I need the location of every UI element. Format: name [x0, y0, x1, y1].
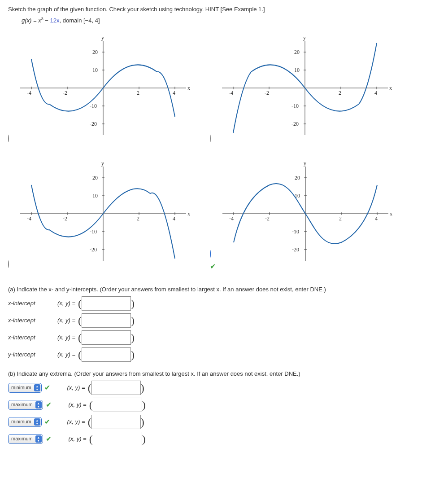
- select-value: minimum: [11, 418, 31, 425]
- svg-text:x: x: [187, 211, 190, 217]
- svg-text:10: 10: [92, 67, 98, 73]
- svg-text:-2: -2: [63, 90, 67, 96]
- intercept-input-1[interactable]: [82, 313, 131, 328]
- svg-text:-2: -2: [265, 90, 269, 96]
- svg-text:y: y: [303, 36, 306, 41]
- graph-option-3: xy -4-2 24 2010 -10-20: [13, 162, 193, 265]
- svg-text:-20: -20: [90, 246, 97, 253]
- question-prompt: Sketch the graph of the given function. …: [8, 5, 440, 13]
- extrema-input-3[interactable]: [93, 432, 142, 446]
- graph-radio-3[interactable]: [8, 260, 9, 268]
- svg-text:2: 2: [137, 90, 139, 96]
- intercept-label: x-intercept: [8, 299, 48, 307]
- svg-text:4: 4: [375, 215, 378, 222]
- svg-text:y: y: [101, 162, 104, 167]
- select-arrows-icon: ▲▼: [35, 435, 42, 443]
- svg-text:x: x: [389, 85, 392, 91]
- question-function: g(x) = x3 − 12x, domain [−4, 4]: [22, 16, 440, 25]
- svg-text:4: 4: [173, 90, 175, 96]
- graph-option-1: xy -4-2 24 2010 -10-20: [13, 36, 193, 140]
- svg-text:20: 20: [295, 175, 300, 181]
- graph-radio-2[interactable]: [210, 135, 211, 142]
- graph-option-2: xy -4-2 24 2010 -10-20: [215, 36, 395, 140]
- check-icon: ✔: [44, 383, 50, 393]
- svg-text:-20: -20: [292, 246, 299, 253]
- select-arrows-icon: ▲▼: [34, 384, 40, 391]
- extrema-select-3[interactable]: maximum▲▼: [8, 434, 43, 444]
- intercept-input-2[interactable]: [82, 330, 131, 345]
- svg-text:20: 20: [92, 175, 98, 181]
- svg-text:-2: -2: [265, 215, 270, 222]
- check-icon: ✔: [210, 263, 216, 270]
- xy-label: (x, y) =: [58, 384, 85, 392]
- extrema-input-2[interactable]: [91, 415, 141, 429]
- svg-text:4: 4: [173, 215, 175, 222]
- intercept-label: y-intercept: [8, 351, 48, 359]
- svg-text:20: 20: [294, 49, 300, 55]
- check-icon: ✔: [46, 400, 52, 410]
- svg-text:-10: -10: [90, 228, 97, 235]
- graph-options-grid: xy -4-2 24 2010 -10-20: [8, 30, 440, 272]
- xy-label: (x, y) =: [60, 435, 87, 443]
- xy-label: (x, y) =: [48, 334, 75, 342]
- svg-text:4: 4: [374, 90, 377, 96]
- xy-label: (x, y) =: [48, 316, 75, 325]
- svg-text:2: 2: [137, 215, 139, 222]
- select-arrows-icon: ▲▼: [34, 418, 40, 426]
- svg-text:2: 2: [339, 215, 342, 222]
- select-value: maximum: [11, 401, 33, 408]
- intercept-label: x-intercept: [8, 334, 48, 342]
- svg-text:y: y: [304, 162, 306, 167]
- extrema-select-1[interactable]: maximum▲▼: [8, 400, 43, 410]
- extrema-select-2[interactable]: minimum▲▼: [8, 417, 42, 427]
- xy-label: (x, y) =: [48, 299, 75, 307]
- graph-radio-4[interactable]: [210, 250, 211, 258]
- svg-text:-4: -4: [27, 215, 31, 222]
- svg-text:-10: -10: [90, 103, 97, 109]
- graph-radio-1[interactable]: [8, 135, 9, 142]
- extrema-select-0[interactable]: minimum▲▼: [8, 383, 42, 393]
- svg-text:y: y: [101, 36, 104, 41]
- svg-text:10: 10: [294, 67, 300, 73]
- intercept-input-3[interactable]: [82, 347, 131, 362]
- svg-text:-4: -4: [229, 90, 233, 96]
- part-a-prompt: (a) Indicate the x- and y-intercepts. (O…: [8, 285, 440, 294]
- part-b-prompt: (b) Indicate any extrema. (Order your an…: [8, 370, 440, 378]
- svg-text:x: x: [187, 85, 190, 91]
- select-value: minimum: [11, 384, 31, 391]
- intercept-input-0[interactable]: [82, 296, 131, 311]
- svg-text:10: 10: [92, 193, 98, 199]
- intercept-label: x-intercept: [8, 316, 48, 325]
- extrema-input-1[interactable]: [93, 398, 142, 412]
- svg-text:-20: -20: [90, 121, 97, 127]
- extrema-input-0[interactable]: [91, 381, 141, 395]
- xy-label: (x, y) =: [48, 351, 75, 359]
- xy-label: (x, y) =: [60, 401, 87, 409]
- select-value: maximum: [11, 435, 33, 442]
- svg-text:2: 2: [339, 90, 341, 96]
- svg-text:-4: -4: [27, 90, 31, 96]
- svg-text:-10: -10: [291, 103, 299, 109]
- xy-label: (x, y) =: [58, 418, 85, 426]
- svg-text:-2: -2: [63, 215, 67, 222]
- svg-text:20: 20: [92, 49, 98, 55]
- graph-option-4: xy -4-2 24 2010 -10-20: [216, 162, 395, 265]
- svg-text:-4: -4: [229, 215, 234, 222]
- svg-text:-20: -20: [291, 121, 299, 127]
- check-icon: ✔: [46, 434, 52, 444]
- check-icon: ✔: [44, 417, 50, 427]
- svg-text:-10: -10: [292, 228, 299, 235]
- svg-text:x: x: [390, 211, 392, 217]
- select-arrows-icon: ▲▼: [35, 401, 42, 408]
